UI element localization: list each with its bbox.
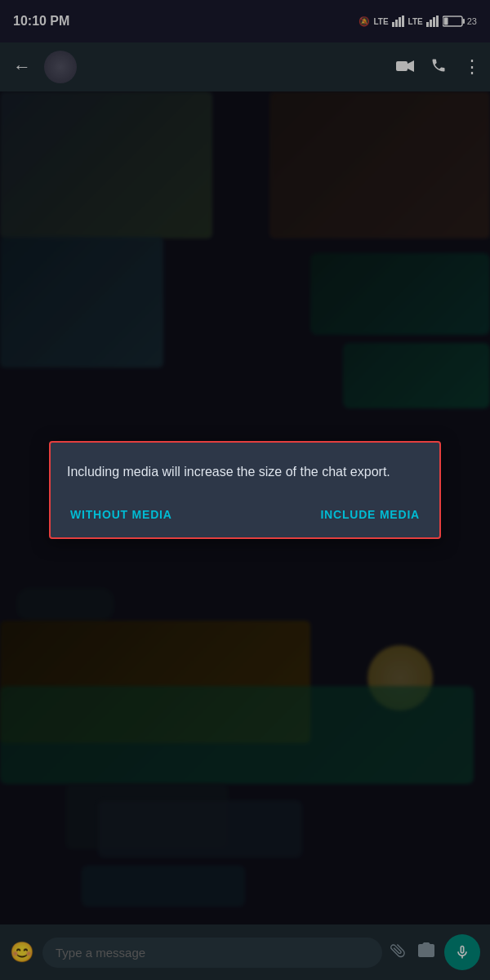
dialog-message: Including media will increase the size o… bbox=[67, 462, 423, 482]
include-media-button[interactable]: INCLUDE MEDIA bbox=[317, 501, 423, 528]
modal-overlay: Including media will increase the size o… bbox=[0, 0, 490, 980]
export-chat-dialog: Including media will increase the size o… bbox=[49, 441, 441, 539]
dialog-actions: WITHOUT MEDIA INCLUDE MEDIA bbox=[67, 501, 423, 528]
without-media-button[interactable]: WITHOUT MEDIA bbox=[67, 501, 176, 528]
